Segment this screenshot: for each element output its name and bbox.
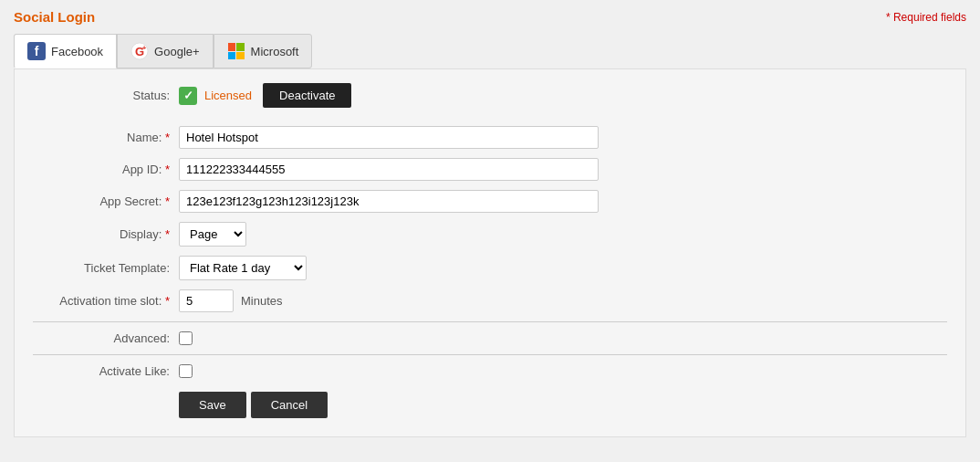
display-required-star: *: [165, 227, 170, 241]
microsoft-icon: [227, 42, 245, 60]
advanced-label: Advanced:: [33, 331, 179, 345]
appsecret-input[interactable]: [179, 190, 599, 213]
tab-google-label: Google+: [154, 45, 200, 58]
tab-google[interactable]: G + Google+: [117, 34, 214, 68]
required-note: * Required fields: [886, 11, 966, 24]
page-wrapper: Social Login * Required fields f Faceboo…: [0, 0, 980, 462]
appsecret-label: App Secret: *: [33, 194, 179, 208]
activate-like-checkbox[interactable]: [179, 364, 193, 378]
save-button[interactable]: Save: [179, 392, 246, 418]
google-icon: G +: [130, 42, 149, 60]
activate-like-row: Activate Like:: [33, 364, 947, 378]
activation-required-star: *: [165, 294, 170, 308]
display-label: Display: *: [33, 227, 179, 241]
divider-1: [33, 321, 947, 322]
minutes-label: Minutes: [241, 294, 283, 308]
activation-time-label: Activation time slot: *: [33, 294, 179, 308]
activation-time-row: Activation time slot: * Minutes: [33, 289, 947, 312]
appid-row: App ID: *: [33, 158, 947, 181]
advanced-row: Advanced:: [33, 331, 947, 345]
divider-2: [33, 354, 947, 355]
advanced-checkbox[interactable]: [179, 331, 193, 345]
name-required-star: *: [165, 131, 170, 144]
appsecret-required-star: *: [165, 194, 170, 208]
svg-text:+: +: [142, 44, 147, 52]
activate-like-label: Activate Like:: [33, 364, 179, 378]
cancel-button[interactable]: Cancel: [251, 392, 328, 418]
ticket-template-select[interactable]: Flat Rate 1 day Flat Rate 1 week Flat Ra…: [179, 256, 307, 280]
name-row: Name: *: [33, 126, 947, 149]
form-panel: Status: Licensed Deactivate Name: * App …: [14, 68, 966, 437]
ticket-template-label: Ticket Template:: [33, 261, 179, 275]
status-check-icon: [179, 87, 197, 105]
status-label: Status:: [33, 89, 179, 102]
display-select[interactable]: Page Popup Touch: [179, 222, 246, 247]
tabs-row: f Facebook G + Google+: [14, 34, 966, 68]
display-row: Display: * Page Popup Touch: [33, 222, 947, 247]
status-row: Status: Licensed Deactivate: [33, 83, 947, 115]
facebook-icon: f: [27, 42, 46, 60]
tab-microsoft-label: Microsoft: [251, 45, 299, 58]
tab-facebook[interactable]: f Facebook: [14, 34, 117, 68]
status-value: Licensed: [204, 89, 252, 102]
buttons-row: Save Cancel: [33, 392, 947, 418]
activation-time-input[interactable]: [179, 289, 234, 312]
deactivate-button[interactable]: Deactivate: [263, 83, 351, 108]
top-bar: Social Login * Required fields: [14, 9, 966, 25]
appsecret-row: App Secret: *: [33, 190, 947, 213]
appid-required-star: *: [165, 163, 170, 176]
name-label: Name: *: [33, 131, 179, 144]
ticket-template-row: Ticket Template: Flat Rate 1 day Flat Ra…: [33, 256, 947, 280]
appid-input[interactable]: [179, 158, 599, 181]
appid-label: App ID: *: [33, 163, 179, 176]
page-title: Social Login: [14, 9, 95, 25]
tab-facebook-label: Facebook: [51, 45, 103, 58]
tab-microsoft[interactable]: Microsoft: [214, 34, 313, 68]
name-input[interactable]: [179, 126, 599, 149]
